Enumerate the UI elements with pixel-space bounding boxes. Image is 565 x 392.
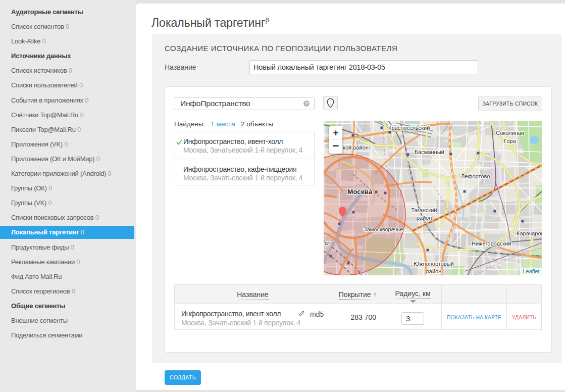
svg-text:район: район <box>417 215 432 221</box>
svg-text:Таганский: Таганский <box>412 207 437 213</box>
svg-text:Карачарово: Карачарово <box>517 230 542 236</box>
svg-text:Замоскворечье: Замоскворечье <box>364 226 403 232</box>
svg-text:район: район <box>426 268 442 274</box>
svg-text:ат: ат <box>325 240 330 246</box>
svg-text:кой район: кой район <box>343 144 369 151</box>
svg-text:Москва: Москва <box>347 188 373 195</box>
svg-text:Гора: Гора <box>504 138 516 144</box>
svg-text:Соколиная: Соколиная <box>496 130 524 136</box>
svg-text:Южнопортовый: Южнопортовый <box>414 261 454 267</box>
svg-text:Красносельский: Красносельский <box>388 125 430 131</box>
svg-text:Нижегородский: Нижегородский <box>472 240 511 247</box>
svg-text:Басманный: Басманный <box>415 149 444 155</box>
svg-text:Лефортово: Лефортово <box>461 173 490 179</box>
